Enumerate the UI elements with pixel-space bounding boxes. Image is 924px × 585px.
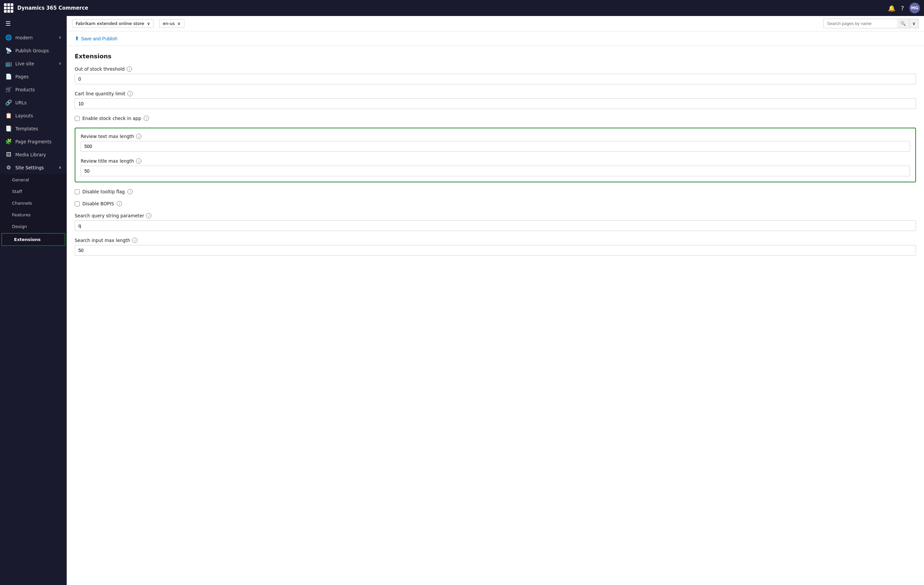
sidebar-item-page-fragments[interactable]: 🧩 Page Fragments <box>0 135 67 148</box>
store-label: Fabrikam extended online store <box>76 21 144 26</box>
input-search-input-max-length[interactable] <box>75 245 916 255</box>
chevron-icon: ∨ <box>59 61 61 66</box>
layouts-icon: 📋 <box>5 112 12 119</box>
sidebar-item-layouts[interactable]: 📋 Layouts <box>0 109 67 122</box>
globe-icon: 🌐 <box>5 35 12 41</box>
sidebar-item-design[interactable]: Design <box>0 221 67 232</box>
input-search-query-string[interactable] <box>75 220 916 231</box>
page-fragments-icon: 🧩 <box>5 138 12 145</box>
sidebar: ☰ 🌐 modern ∨ 📡 Publish Groups 📺 Live sit… <box>0 16 67 585</box>
info-icon-cart-line[interactable]: i <box>127 91 133 96</box>
sidebar-item-media-library[interactable]: 🖼 Media Library <box>0 148 67 161</box>
info-icon-search-query[interactable]: i <box>146 213 152 218</box>
chevron-icon: ∨ <box>59 35 61 40</box>
field-label-search-input: Search input max length i <box>75 238 916 243</box>
field-label-review-text: Review text max length i <box>81 133 910 139</box>
input-review-title-max-length[interactable] <box>81 166 910 176</box>
content-area: Extensions Out of stock threshold i Cart… <box>67 46 924 585</box>
sidebar-item-label: Live site <box>15 61 34 66</box>
input-cart-line-quantity[interactable] <box>75 98 916 109</box>
sidebar-item-label: Publish Groups <box>15 48 49 53</box>
locale-selector[interactable]: en-us ∨ <box>159 19 184 28</box>
search-button[interactable]: 🔍 <box>897 19 909 28</box>
info-icon-review-text[interactable]: i <box>136 133 141 139</box>
info-icon-tooltip-flag[interactable]: i <box>127 189 133 194</box>
avatar[interactable]: MG <box>909 3 920 13</box>
field-label-review-title: Review title max length i <box>81 158 910 164</box>
sidebar-item-live-site[interactable]: 📺 Live site ∨ <box>0 57 67 70</box>
save-publish-button[interactable]: ⬆ Save and Publish <box>72 34 120 43</box>
topbar-icons: 🔔 ? MG <box>888 3 920 13</box>
search-pages-container: 🔍 ∨ <box>823 19 919 28</box>
field-label-out-of-stock: Out of stock threshold i <box>75 66 916 72</box>
sidebar-item-label: Page Fragments <box>15 139 52 144</box>
sidebar-item-channels[interactable]: Channels <box>0 197 67 209</box>
input-out-of-stock-threshold[interactable] <box>75 74 916 84</box>
checkbox-label-disable-tooltip: Disable tooltip flag <box>82 189 125 194</box>
sidebar-item-modern[interactable]: 🌐 modern ∨ <box>0 31 67 44</box>
info-icon-out-of-stock[interactable]: i <box>127 66 132 72</box>
field-label-search-query: Search query string parameter i <box>75 213 916 218</box>
field-review-text-max-length: Review text max length i <box>81 133 910 152</box>
sidebar-item-urls[interactable]: 🔗 URLs <box>0 96 67 109</box>
media-library-icon: 🖼 <box>5 152 12 158</box>
checkbox-label-enable-stock: Enable stock check in app <box>82 116 141 121</box>
help-icon[interactable]: ? <box>901 5 904 12</box>
checkbox-enable-stock-check[interactable] <box>75 116 80 121</box>
checkbox-disable-bopis[interactable] <box>75 201 80 206</box>
search-dropdown-button[interactable]: ∨ <box>909 19 918 28</box>
chevron-up-icon: ∧ <box>59 165 61 170</box>
templates-icon: 📑 <box>5 125 12 132</box>
sidebar-sub-label: Channels <box>12 201 32 206</box>
site-settings-icon: ⚙ <box>5 164 12 171</box>
sidebar-item-label: URLs <box>15 100 27 105</box>
page-title: Extensions <box>75 53 916 60</box>
app-layout: ☰ 🌐 modern ∨ 📡 Publish Groups 📺 Live sit… <box>0 16 924 585</box>
info-icon-bopis[interactable]: i <box>117 201 122 206</box>
info-icon-review-title[interactable]: i <box>136 158 141 164</box>
sidebar-item-label: modern <box>15 35 33 40</box>
sidebar-item-pages[interactable]: 📄 Pages <box>0 70 67 83</box>
field-disable-tooltip-flag: Disable tooltip flag i <box>75 189 916 194</box>
sub-header: Fabrikam extended online store ∨ en-us ∨… <box>67 16 924 31</box>
sidebar-item-label: Products <box>15 87 35 92</box>
sidebar-item-publish-groups[interactable]: 📡 Publish Groups <box>0 44 67 57</box>
sidebar-sub-label: Staff <box>12 189 22 194</box>
field-disable-bopis: Disable BOPIS i <box>75 201 916 206</box>
info-icon-search-input[interactable]: i <box>132 238 137 243</box>
sidebar-item-staff[interactable]: Staff <box>0 186 67 197</box>
sidebar-item-products[interactable]: 🛒 Products <box>0 83 67 96</box>
search-pages-input[interactable] <box>823 20 897 27</box>
app-title: Dynamics 365 Commerce <box>17 5 884 11</box>
waffle-menu[interactable] <box>4 3 13 13</box>
sidebar-item-features[interactable]: Features <box>0 209 67 221</box>
checkbox-label-disable-bopis: Disable BOPIS <box>82 201 114 206</box>
urls-icon: 🔗 <box>5 99 12 105</box>
live-site-icon: 📺 <box>5 60 12 67</box>
sidebar-collapse-button[interactable]: ☰ <box>0 16 67 31</box>
site-settings-submenu: General Staff Channels Features Design E… <box>0 174 67 247</box>
sidebar-item-extensions[interactable]: Extensions <box>1 233 65 246</box>
field-review-title-max-length: Review title max length i <box>81 158 910 176</box>
input-review-text-max-length[interactable] <box>81 141 910 152</box>
info-icon-stock-check[interactable]: i <box>144 116 149 121</box>
sidebar-item-site-settings[interactable]: ⚙ Site Settings ∧ <box>0 161 67 174</box>
upload-icon: ⬆ <box>75 35 79 42</box>
field-label-cart-line: Cart line quantity limit i <box>75 91 916 96</box>
sidebar-item-label: Site Settings <box>15 165 44 170</box>
sidebar-sub-label: Features <box>12 213 31 218</box>
toolbar: ⬆ Save and Publish <box>67 31 924 46</box>
checkbox-disable-tooltip[interactable] <box>75 190 80 194</box>
field-search-query-string: Search query string parameter i <box>75 213 916 231</box>
sidebar-item-templates[interactable]: 📑 Templates <box>0 122 67 135</box>
store-chevron-icon: ∨ <box>147 21 150 26</box>
field-cart-line-quantity-limit: Cart line quantity limit i <box>75 91 916 109</box>
sidebar-item-label: Layouts <box>15 113 33 118</box>
sidebar-item-general[interactable]: General <box>0 174 67 186</box>
field-enable-stock-check: Enable stock check in app i <box>75 116 916 121</box>
bell-icon[interactable]: 🔔 <box>888 5 895 12</box>
field-out-of-stock-threshold: Out of stock threshold i <box>75 66 916 84</box>
highlighted-review-section: Review text max length i Review title ma… <box>75 128 916 182</box>
sidebar-sub-label: Design <box>12 224 27 229</box>
store-selector[interactable]: Fabrikam extended online store ∨ <box>72 19 154 28</box>
